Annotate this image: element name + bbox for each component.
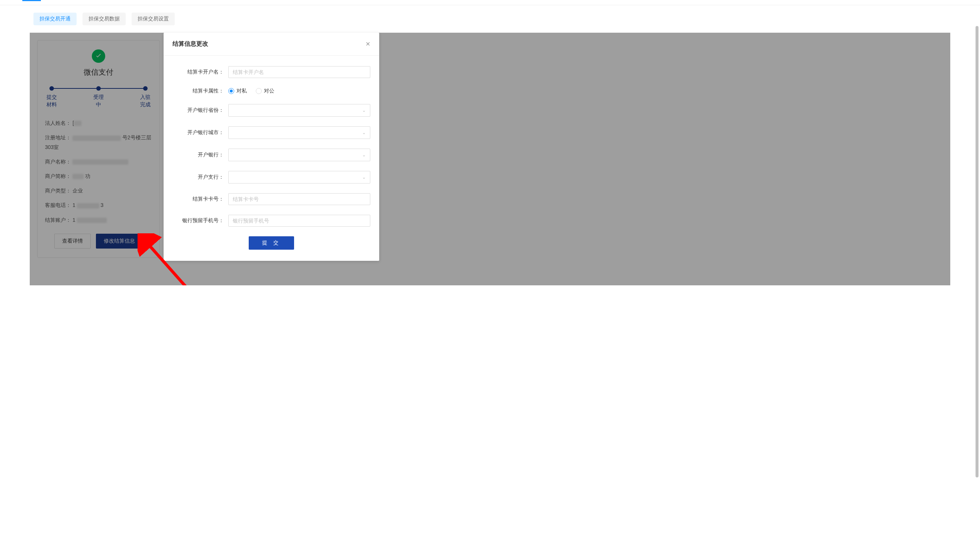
radio-public[interactable]: 对公 [256, 88, 274, 94]
bank-branch-select[interactable]: ⌄ [228, 171, 370, 184]
reserved-phone-input[interactable] [228, 215, 370, 227]
reserved-phone-row: 银行预留手机号： [172, 215, 370, 227]
bank-name-select[interactable]: ⌄ [228, 149, 370, 161]
radio-private[interactable]: 对私 [228, 88, 247, 94]
account-name-row: 结算卡开户名： [172, 66, 370, 78]
bank-city-label: 开户银行城市： [172, 129, 228, 136]
top-tab-indicator [22, 0, 41, 1]
modal-body: 结算卡开户名： 结算卡属性： 对私 对公 [164, 56, 379, 261]
tabs-bar: 担保交易开通 担保交易数据 担保交易设置 [0, 13, 980, 25]
radio-circle-icon [228, 88, 234, 94]
chevron-down-icon: ⌄ [362, 130, 366, 135]
bank-province-row: 开户银行省份： ⌄ [172, 104, 370, 117]
card-type-row: 结算卡属性： 对私 对公 [172, 88, 370, 94]
bank-branch-row: 开户支行： ⌄ [172, 171, 370, 184]
submit-row: 提 交 [172, 236, 370, 250]
chevron-down-icon: ⌄ [362, 108, 366, 113]
card-number-input[interactable] [228, 193, 370, 205]
scrollbar-track[interactable] [975, 26, 978, 285]
reserved-phone-label: 银行预留手机号： [172, 217, 228, 224]
submit-button[interactable]: 提 交 [249, 236, 294, 250]
top-border [0, 5, 980, 5]
chevron-down-icon: ⌄ [362, 152, 366, 157]
scrollbar-thumb[interactable] [975, 26, 978, 285]
card-type-radio-group: 对私 对公 [228, 88, 370, 94]
modal-title: 结算信息更改 [172, 40, 208, 48]
account-name-label: 结算卡开户名： [172, 69, 228, 75]
bank-city-select[interactable]: ⌄ [228, 126, 370, 139]
account-name-input[interactable] [228, 66, 370, 78]
settlement-modal: 结算信息更改 ✕ 结算卡开户名： 结算卡属性： 对私 [164, 33, 379, 261]
tab-guarantee-settings[interactable]: 担保交易设置 [132, 13, 175, 25]
chevron-down-icon: ⌄ [362, 175, 366, 180]
bank-name-label: 开户银行： [172, 152, 228, 158]
tab-guarantee-open[interactable]: 担保交易开通 [33, 13, 76, 25]
bank-province-label: 开户银行省份： [172, 107, 228, 114]
close-icon[interactable]: ✕ [366, 41, 370, 48]
card-type-label: 结算卡属性： [172, 88, 228, 94]
radio-circle-icon [256, 88, 262, 94]
radio-private-label: 对私 [237, 88, 247, 94]
content-wrapper: 微信支付 提交 材料 受理 中 入驻 完成 法人姓名： [30, 33, 950, 285]
card-number-row: 结算卡卡号： [172, 193, 370, 205]
bank-city-row: 开户银行城市： ⌄ [172, 126, 370, 139]
bank-name-row: 开户银行： ⌄ [172, 149, 370, 161]
bank-province-select[interactable]: ⌄ [228, 104, 370, 117]
card-number-label: 结算卡卡号： [172, 196, 228, 203]
radio-public-label: 对公 [264, 88, 274, 94]
bank-branch-label: 开户支行： [172, 174, 228, 181]
tab-guarantee-data[interactable]: 担保交易数据 [83, 13, 126, 25]
modal-header: 结算信息更改 ✕ [164, 33, 379, 56]
